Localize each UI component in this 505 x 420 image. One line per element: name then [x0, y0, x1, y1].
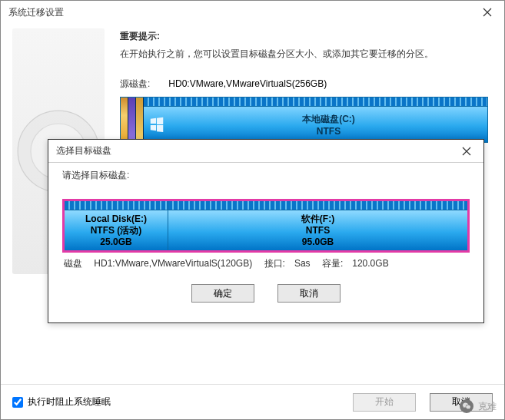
reserved-partition-3[interactable] [136, 98, 144, 142]
target-dialog: 选择目标磁盘 请选择目标磁盘: Local Disk(E:) NTFS (活动)… [48, 139, 484, 323]
source-partition-bar[interactable]: 本地磁盘(C:) NTFS [120, 97, 488, 143]
cancel-button[interactable]: 取消 [277, 284, 341, 303]
target-disk-info: 磁盘 HD1:VMware,VMwareVirtualS(120GB) 接口:S… [62, 257, 470, 270]
hint-title: 重要提示: [120, 30, 488, 43]
wechat-icon [460, 399, 473, 413]
main-title: 系统迁移设置 [8, 6, 470, 19]
start-button: 开始 [353, 393, 416, 412]
partition-f-fs: NTFS [306, 225, 330, 236]
partition-c-fs: NTFS [317, 126, 341, 137]
close-icon [462, 147, 471, 156]
dialog-close-button[interactable] [449, 140, 483, 163]
info-disk-label: 磁盘 [64, 258, 82, 269]
hint-text: 在开始执行之前，您可以设置目标磁盘分区大小、或添加其它要迁移的分区。 [120, 48, 488, 61]
source-disk-label: 源磁盘: [120, 78, 166, 91]
dialog-prompt: 请选择目标磁盘: [62, 169, 470, 182]
ok-button[interactable]: 确定 [191, 284, 254, 303]
scale-bar [65, 201, 168, 210]
partition-e-fs: NTFS (活动) [91, 225, 142, 236]
source-disk-value: HD0:VMware,VMwareVirtualS(256GB) [168, 78, 327, 89]
partition-c[interactable]: 本地磁盘(C:) NTFS [144, 98, 487, 142]
dialog-title: 选择目标磁盘 [56, 144, 449, 157]
partition-f[interactable]: 软件(F:) NTFS 95.0GB [168, 201, 467, 250]
dialog-titlebar: 选择目标磁盘 [48, 140, 483, 163]
footer: 执行时阻止系统睡眠 开始 取消 [1, 384, 504, 419]
scale-bar [168, 201, 467, 210]
info-interface-value: Sas [294, 258, 311, 269]
partition-e-size: 25.0GB [100, 236, 131, 248]
info-disk-value: HD1:VMware,VMwareVirtualS(120GB) [94, 258, 252, 269]
partition-e-name: Local Disk(E:) [85, 213, 147, 225]
reserved-partition-1[interactable] [121, 98, 128, 142]
info-interface-label: 接口: [264, 258, 285, 269]
prevent-sleep-checkbox[interactable]: 执行时阻止系统睡眠 [12, 395, 347, 408]
prevent-sleep-label: 执行时阻止系统睡眠 [28, 395, 111, 408]
main-close-button[interactable] [470, 1, 504, 24]
scale-bar [144, 98, 487, 107]
info-capacity-value: 120.0GB [352, 258, 388, 269]
partition-e[interactable]: Local Disk(E:) NTFS (活动) 25.0GB [65, 201, 168, 250]
target-partition-bar[interactable]: Local Disk(E:) NTFS (活动) 25.0GB 软件(F:) N… [62, 199, 470, 253]
prevent-sleep-input[interactable] [12, 397, 23, 408]
close-icon [483, 8, 492, 17]
partition-c-name: 本地磁盘(C:) [302, 113, 355, 126]
watermark-text: 克难 [478, 400, 497, 413]
partition-f-name: 软件(F:) [301, 213, 334, 225]
partition-f-size: 95.0GB [302, 236, 334, 248]
watermark: 克难 [460, 399, 497, 413]
reserved-partition-2[interactable] [128, 98, 136, 142]
windows-icon [144, 107, 170, 142]
main-titlebar: 系统迁移设置 [1, 1, 504, 24]
info-capacity-label: 容量: [322, 258, 343, 269]
